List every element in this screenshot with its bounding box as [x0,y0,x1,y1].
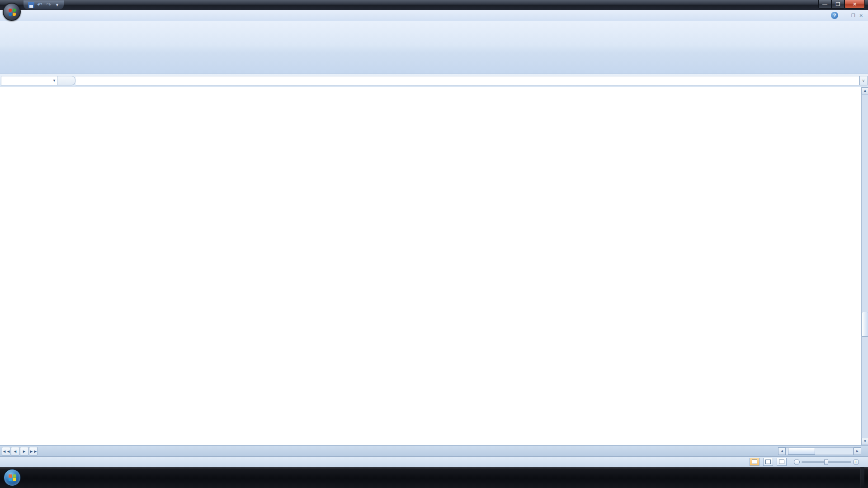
qat-dropdown-icon[interactable]: ▼ [55,3,59,7]
vertical-scrollbar[interactable]: ▲ ▼ [861,87,868,445]
maximize-button[interactable]: ❐ [831,0,844,9]
column-headers[interactable] [0,87,861,98]
ribbon-tab-strip: ? — ❐ ✕ [0,10,868,21]
first-sheet-icon[interactable]: ◄◄ [2,447,10,455]
formula-bar-expand-icon[interactable]: ˅ [859,76,868,85]
fx-icon[interactable] [57,76,75,85]
page-break-button[interactable] [777,458,787,466]
office-button[interactable] [3,3,21,21]
scroll-down-icon[interactable]: ▼ [862,438,868,445]
start-button[interactable] [4,469,21,486]
formula-bar: ▼ ˅ [0,74,868,87]
title-bar: ↶ ↷ ▼ — ❐ ✕ [0,0,868,10]
help-icon[interactable]: ? [831,12,838,19]
name-box[interactable]: ▼ [1,76,57,85]
vertical-scroll-thumb[interactable] [862,312,868,337]
zoom-out-icon[interactable]: − [794,459,800,465]
last-sheet-icon[interactable]: ►► [29,447,38,455]
taskbar [0,467,868,488]
minimize-button[interactable]: — [818,0,831,9]
zoom-in-icon[interactable]: + [853,459,859,465]
show-desktop-button[interactable] [860,467,864,488]
close-button[interactable]: ✕ [844,0,865,9]
next-sheet-icon[interactable]: ► [20,447,28,455]
redo-icon[interactable]: ↷ [46,2,52,8]
undo-icon[interactable]: ↶ [37,2,43,8]
excel-window: ↶ ↷ ▼ — ❐ ✕ ? — ❐ ✕ ▼ ˅ ▲ ▼ [0,0,868,488]
prev-sheet-icon[interactable]: ◄ [11,447,19,455]
quick-access-toolbar: ↶ ↷ ▼ [24,0,64,9]
formula-input[interactable] [75,76,859,85]
hscroll-right-icon[interactable]: ► [854,447,861,455]
zoom-slider[interactable] [802,461,851,463]
ribbon [0,21,868,74]
hscroll-left-icon[interactable]: ◄ [778,447,786,455]
horizontal-scroll-thumb[interactable] [788,448,815,455]
sheet-tab-bar: ◄◄ ◄ ► ►► ◄ ► [0,445,868,456]
page-layout-button[interactable] [763,458,773,466]
scroll-up-icon[interactable]: ▲ [862,87,868,94]
horizontal-scrollbar[interactable] [786,447,854,455]
zoom-slider-thumb[interactable] [824,459,828,465]
save-icon[interactable] [28,2,34,8]
workbook-window-buttons[interactable]: — ❐ ✕ [843,13,864,18]
status-bar: − + [0,456,868,467]
normal-view-button[interactable] [750,458,760,466]
